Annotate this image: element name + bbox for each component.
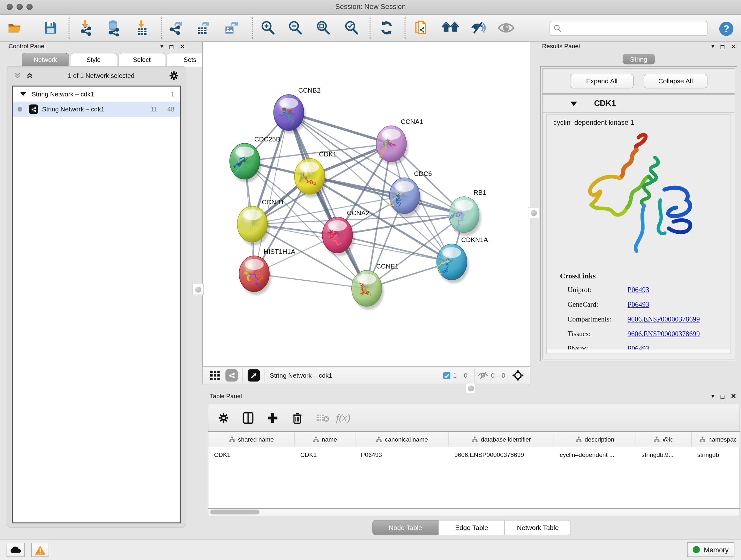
- export-network-button[interactable]: [167, 19, 185, 37]
- cloud-status-button[interactable]: [7, 543, 24, 557]
- hidden-eye-icon[interactable]: [477, 371, 489, 380]
- crosslink-link[interactable]: P06493: [628, 286, 650, 294]
- move-crosshair-icon[interactable]: [512, 369, 524, 382]
- column-header-namespac[interactable]: namespac: [691, 432, 740, 447]
- collapse-all-chevron-icon[interactable]: [14, 72, 21, 79]
- table-settings-button[interactable]: [214, 408, 233, 427]
- table-cell[interactable]: P06493: [355, 447, 449, 461]
- svg-text:?: ?: [724, 23, 730, 35]
- hide-selected-button[interactable]: [469, 19, 487, 37]
- collection-expander-icon[interactable]: [20, 92, 26, 96]
- grid-view-icon[interactable]: [209, 370, 221, 381]
- tab-network[interactable]: Network: [22, 53, 69, 67]
- panel-close-icon[interactable]: ✕: [180, 43, 185, 50]
- tab-network-table[interactable]: Network Table: [505, 520, 571, 535]
- zoom-selected-button[interactable]: [343, 19, 360, 37]
- panel-close-icon[interactable]: ✕: [731, 43, 736, 50]
- column-visibility-button[interactable]: [239, 408, 258, 427]
- selected-checkbox-icon[interactable]: [443, 371, 451, 379]
- share-view-badge[interactable]: [225, 369, 238, 382]
- table-cell[interactable]: cyclin–dependent ...: [554, 447, 636, 461]
- import-network-from-database-button[interactable]: [105, 19, 122, 37]
- string-network-graph[interactable]: CCNB2CCNA1CDC25BCDK1CDC6RB1CCNB1CCNA2CDK…: [203, 42, 530, 366]
- table-cell[interactable]: CDK1: [294, 447, 355, 461]
- tab-style[interactable]: Style: [70, 53, 117, 67]
- panel-collapse-icon[interactable]: ▾: [711, 43, 714, 50]
- crosslink-link[interactable]: P06493: [628, 301, 650, 309]
- save-session-button[interactable]: [42, 19, 59, 37]
- node-CDKN1A[interactable]: CDKN1A: [436, 236, 488, 283]
- delete-column-button[interactable]: [288, 408, 307, 427]
- results-scrollbar[interactable]: [547, 349, 730, 353]
- column-header-name[interactable]: name: [294, 432, 355, 447]
- panel-close-icon[interactable]: ✕: [731, 392, 736, 400]
- network-edge-count: 48: [167, 106, 174, 113]
- edge-CCNB2-CCNE1[interactable]: [289, 112, 367, 288]
- delete-table-button-disabled[interactable]: [313, 408, 332, 427]
- expand-all-button[interactable]: Expand All: [570, 74, 634, 88]
- first-neighbors-button[interactable]: [441, 19, 459, 37]
- import-database-icon: [105, 19, 122, 37]
- search-input[interactable]: [564, 24, 707, 32]
- column-header-shared-name[interactable]: shared name: [208, 432, 294, 447]
- node-HIST1H1A[interactable]: HIST1H1A: [239, 248, 295, 295]
- panel-float-icon[interactable]: ◻: [720, 393, 725, 400]
- show-all-button-disabled[interactable]: [497, 19, 515, 37]
- gene-expander-icon[interactable]: [570, 102, 577, 106]
- node-CDK1[interactable]: CDK1: [294, 150, 337, 198]
- panel-collapse-icon[interactable]: ▾: [160, 43, 163, 50]
- network-canvas[interactable]: CCNB2CCNA1CDC25BCDK1CDC6RB1CCNB1CCNA2CDK…: [202, 42, 530, 366]
- table-cell[interactable]: stringdb:9...: [636, 447, 691, 461]
- export-table-button[interactable]: [194, 19, 212, 37]
- edge-CCNA2-CDKN1A[interactable]: [337, 235, 452, 262]
- column-header-description[interactable]: description: [554, 432, 636, 447]
- column-header--id[interactable]: @id: [636, 432, 691, 447]
- column-header-canonical-name[interactable]: canonical name: [355, 432, 449, 447]
- network-collection-row[interactable]: String Network – cdk1 1: [13, 86, 180, 102]
- node-RB1[interactable]: RB1: [449, 189, 486, 236]
- horizontal-splitter-handle[interactable]: [466, 383, 476, 393]
- add-column-button[interactable]: [263, 408, 282, 427]
- columns-icon: [243, 412, 254, 424]
- export-image-button[interactable]: [222, 19, 240, 37]
- warning-status-button[interactable]: [31, 543, 49, 557]
- zoom-fit-button[interactable]: [314, 19, 332, 37]
- import-network-icon: [78, 20, 94, 36]
- panel-collapse-icon[interactable]: ▾: [711, 393, 714, 400]
- panel-float-icon[interactable]: ◻: [169, 43, 174, 50]
- network-row-selected[interactable]: String Network – cdk1 11 48: [13, 102, 180, 117]
- function-builder-button[interactable]: f(x): [336, 412, 350, 424]
- table-cell[interactable]: 9606.ENSP00000378699: [449, 447, 554, 461]
- help-button[interactable]: ?: [718, 20, 735, 38]
- table-cell[interactable]: stringdb: [691, 447, 740, 461]
- table-row[interactable]: CDK1CDK1P064939606.ENSP00000378699cyclin…: [208, 447, 740, 461]
- open-session-button[interactable]: [6, 19, 23, 37]
- gene-section-header[interactable]: CDK1: [543, 95, 735, 113]
- import-table-from-file-button[interactable]: [133, 19, 151, 37]
- tab-node-table[interactable]: Node Table: [373, 520, 439, 535]
- collapse-all-button[interactable]: Collapse All: [644, 74, 708, 88]
- crosslink-link[interactable]: 9606.ENSP00000378699: [628, 330, 700, 338]
- right-splitter-handle[interactable]: [528, 207, 539, 219]
- crosslink-link[interactable]: 9606.ENSP00000378699: [628, 315, 700, 323]
- panel-float-icon[interactable]: ◻: [720, 43, 725, 50]
- clone-network-button[interactable]: [412, 19, 430, 37]
- refresh-layout-button[interactable]: [378, 19, 395, 37]
- table-cell[interactable]: CDK1: [208, 447, 294, 461]
- column-header-label: database identifier: [481, 436, 531, 443]
- node-CCNA1[interactable]: CCNA1: [376, 118, 423, 165]
- network-options-gear-icon[interactable]: [169, 71, 179, 81]
- zoom-in-button[interactable]: [259, 19, 277, 37]
- tab-edge-table[interactable]: Edge Table: [439, 520, 504, 535]
- expand-all-chevron-icon[interactable]: [26, 72, 33, 79]
- table-hscrollbar-thumb[interactable]: [210, 509, 259, 514]
- tab-string[interactable]: String: [623, 54, 655, 64]
- tab-select[interactable]: Select: [118, 53, 165, 67]
- left-splitter-handle[interactable]: [192, 284, 204, 295]
- import-network-from-file-button[interactable]: [77, 19, 95, 37]
- zoom-out-button[interactable]: [286, 19, 304, 37]
- birdseye-toggle-badge[interactable]: [248, 369, 260, 382]
- column-header-database-identifier[interactable]: database identifier: [449, 432, 554, 447]
- memory-button[interactable]: Memory: [687, 543, 734, 557]
- column-header-label: namespac: [709, 436, 737, 443]
